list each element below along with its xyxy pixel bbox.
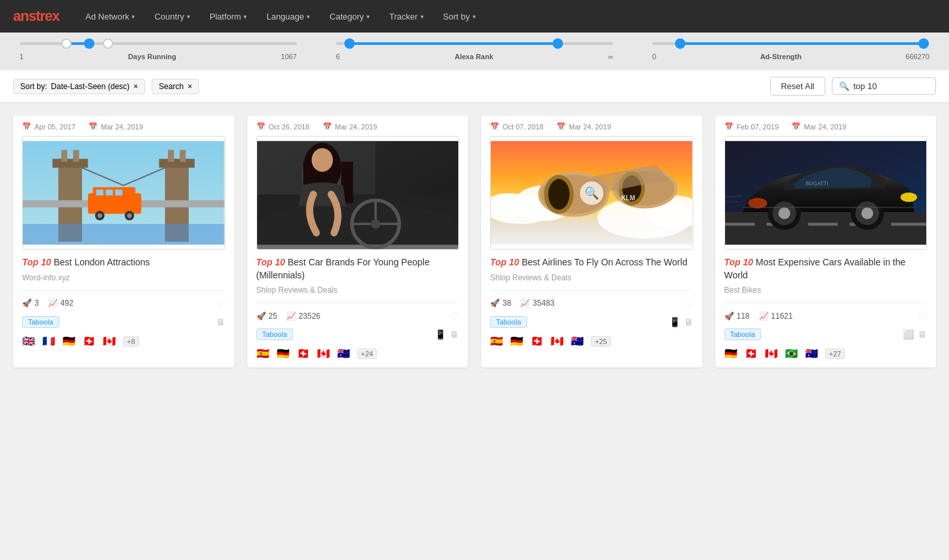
card-4-heart[interactable]: ♡ xyxy=(918,310,927,322)
svg-rect-4 xyxy=(159,159,195,168)
card-3-image[interactable]: KLM 🔍 xyxy=(490,136,693,250)
svg-point-18 xyxy=(98,213,102,218)
calendar-icon: 📅 xyxy=(490,122,499,131)
search-input[interactable] xyxy=(853,81,918,91)
card-4-image[interactable]: BUGATTI xyxy=(724,136,928,250)
card-2-heart[interactable]: ♡ xyxy=(450,310,459,322)
card-3-network-badge[interactable]: Taboola xyxy=(490,316,527,328)
search-filter-tag[interactable]: Search × xyxy=(152,79,199,94)
card-3-title: Top 10 Best Airlines To Fly On Across Th… xyxy=(481,250,702,272)
svg-rect-16 xyxy=(115,189,122,195)
flag-ch: 🇨🇭 xyxy=(530,336,547,347)
card-2-network-row: Taboola 📱 🖥 xyxy=(247,325,469,344)
nav-ad-network[interactable]: Ad Network ▾ xyxy=(79,8,141,25)
card-1: 📅 Apr 05, 2017 📅 Mar 24, 2019 xyxy=(13,116,234,367)
chevron-down-icon: ▾ xyxy=(473,13,476,20)
trend-icon: 📈 xyxy=(286,312,296,321)
card-1-flags: 🇬🇧 🇫🇷 🇩🇪 🇨🇭 🇨🇦 +8 xyxy=(13,332,234,355)
svg-rect-14 xyxy=(96,189,103,195)
nav-country[interactable]: Country ▾ xyxy=(148,8,197,25)
calendar-icon: 📅 xyxy=(323,122,332,131)
chevron-down-icon: ▾ xyxy=(307,13,310,20)
card-4-subtitle: Best Bikes xyxy=(715,284,937,299)
trend-icon: 📈 xyxy=(520,299,530,308)
card-1-network-row: Taboola 🖥 xyxy=(13,312,234,332)
slider-track-adstrength[interactable] xyxy=(652,42,929,45)
card-3-date-end: 📅 Mar 24, 2019 xyxy=(557,122,611,131)
nav-category[interactable]: Category ▾ xyxy=(323,8,376,25)
slider-thumb-right-days[interactable] xyxy=(84,38,94,49)
card-2-device-icons: 📱 🖥 xyxy=(435,329,459,340)
card-4-dates: 📅 Feb 07, 2019 📅 Mar 24, 2019 xyxy=(715,116,937,136)
slider-thumb-right-adstrength[interactable] xyxy=(918,38,929,49)
svg-rect-56 xyxy=(808,222,838,226)
slider-track-days[interactable] xyxy=(20,42,297,45)
card-1-title: Top 10 Best London Attractions xyxy=(13,250,234,272)
svg-rect-53 xyxy=(725,212,927,245)
slider-thumb-left-alexa[interactable] xyxy=(344,38,355,49)
slider-fill-alexa xyxy=(350,42,558,45)
rocket-icon: 🚀 xyxy=(490,299,500,308)
svg-point-66 xyxy=(861,207,873,219)
flag-ca: 🇨🇦 xyxy=(317,348,334,360)
search-box[interactable]: 🔍 xyxy=(832,77,936,95)
chevron-down-icon: ▾ xyxy=(420,13,424,20)
flag-de: 🇩🇪 xyxy=(62,336,79,347)
nav-tracker[interactable]: Tracker ▾ xyxy=(383,8,430,25)
reset-all-button[interactable]: Reset All xyxy=(770,77,825,96)
card-1-image[interactable] xyxy=(22,136,225,250)
card-1-stat-launches: 🚀 3 xyxy=(22,299,39,308)
desktop-icon: 🖥 xyxy=(216,317,225,327)
mobile-icon: 📱 xyxy=(669,317,680,327)
card-4-device-icons: ⬜ 🖥 xyxy=(903,329,927,340)
brand-logo[interactable]: anstrex xyxy=(13,8,59,25)
card-1-more-flags: +8 xyxy=(123,336,139,347)
card-2-network-badge[interactable]: Taboola xyxy=(256,328,294,340)
zoom-icon[interactable]: 🔍 xyxy=(580,181,603,205)
flag-es: 🇪🇸 xyxy=(256,348,273,360)
card-4-divider xyxy=(724,302,928,303)
slider-track-alexa[interactable] xyxy=(336,42,613,45)
nav-language[interactable]: Language ▾ xyxy=(260,8,316,25)
search-filter-value: Search xyxy=(159,82,184,91)
card-4-network-row: Taboola ⬜ 🖥 xyxy=(715,325,937,344)
calendar-icon: 📅 xyxy=(724,122,734,131)
card-2-stats: 🚀 25 📈 23526 ♡ xyxy=(247,307,469,325)
sort-filter-close[interactable]: × xyxy=(133,82,138,91)
card-1-network-badge[interactable]: Taboola xyxy=(22,316,59,328)
card-2-flags: 🇪🇸 🇩🇪 🇨🇭 🇨🇦 🇦🇺 +24 xyxy=(247,344,469,367)
alexa-rank-slider: 6 Alexa Rank ∞ xyxy=(336,42,613,60)
slider-thumb-right-alexa[interactable] xyxy=(553,38,563,49)
slider-thumb-left-adstrength[interactable] xyxy=(675,38,685,49)
card-3-subtitle: Shlop Reviews & Deals xyxy=(481,272,702,286)
slider-labels-alexa: 6 Alexa Rank ∞ xyxy=(336,53,613,60)
card-4-network-badge[interactable]: Taboola xyxy=(724,328,762,340)
days-running-slider: 1 Days Running 1067 xyxy=(20,42,297,60)
nav-platform[interactable]: Platform ▾ xyxy=(203,8,253,25)
card-4-stats: 🚀 118 📈 11621 ♡ xyxy=(715,307,937,325)
card-1-stat-trend: 📈 492 xyxy=(48,299,74,308)
sort-filter-tag[interactable]: Sort by: Date-Last-Seen (desc) × xyxy=(13,79,145,94)
desktop-icon: 🖥 xyxy=(918,329,927,340)
svg-rect-3 xyxy=(53,159,89,168)
flag-gb: 🇬🇧 xyxy=(22,336,39,347)
card-3-dates: 📅 Oct 07, 2018 📅 Mar 24, 2019 xyxy=(481,116,702,136)
nav-sort-by[interactable]: Sort by ▾ xyxy=(437,8,482,25)
card-2-image[interactable] xyxy=(256,136,460,250)
slider-thumb-left-days[interactable] xyxy=(61,38,72,49)
card-2-stat-launches: 🚀 25 xyxy=(256,312,277,321)
desktop-icon: 🖥 xyxy=(684,317,693,327)
flag-es: 🇪🇸 xyxy=(490,336,507,347)
sort-filter-label: Sort by: xyxy=(20,82,47,91)
flag-fr: 🇫🇷 xyxy=(42,336,59,347)
slider-thumb-end-days[interactable] xyxy=(103,38,113,49)
card-3-heart[interactable]: ♡ xyxy=(684,297,693,310)
card-1-heart[interactable]: ♡ xyxy=(216,297,225,310)
card-4-title: Top 10 Most Expensive Cars Available in … xyxy=(715,250,937,284)
rocket-icon: 🚀 xyxy=(22,299,32,308)
search-filter-close[interactable]: × xyxy=(187,82,192,91)
card-3-device-icons: 📱 🖥 xyxy=(669,317,693,327)
svg-rect-21 xyxy=(23,224,225,245)
svg-point-59 xyxy=(900,193,916,202)
card-1-image-svg xyxy=(23,137,225,249)
